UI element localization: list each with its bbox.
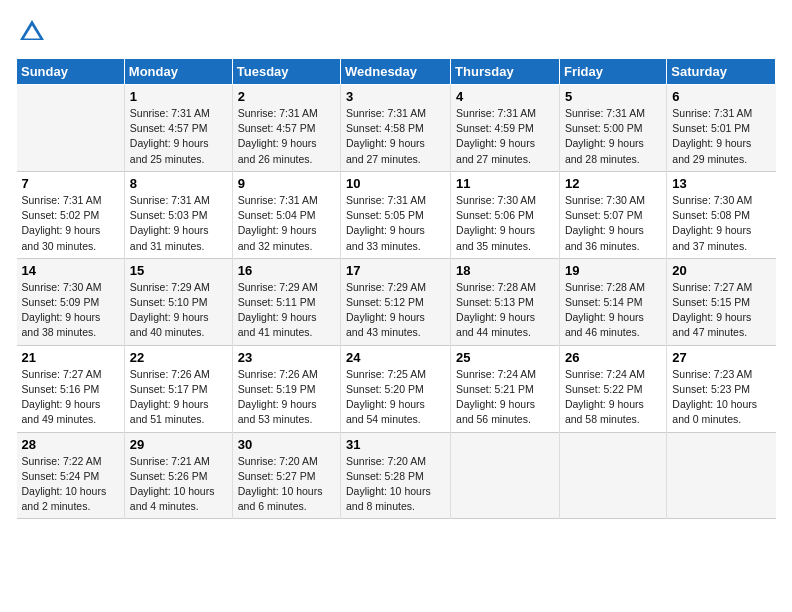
day-number: 12 [565, 176, 661, 191]
day-info: Sunrise: 7:31 AMSunset: 5:01 PMDaylight:… [672, 106, 770, 167]
day-cell: 31Sunrise: 7:20 AMSunset: 5:28 PMDayligh… [341, 432, 451, 519]
day-number: 25 [456, 350, 554, 365]
day-info: Sunrise: 7:31 AMSunset: 5:02 PMDaylight:… [22, 193, 119, 254]
day-number: 5 [565, 89, 661, 104]
day-cell: 22Sunrise: 7:26 AMSunset: 5:17 PMDayligh… [124, 345, 232, 432]
day-cell: 6Sunrise: 7:31 AMSunset: 5:01 PMDaylight… [667, 85, 776, 172]
day-header-thursday: Thursday [451, 59, 560, 85]
day-number: 21 [22, 350, 119, 365]
day-cell: 19Sunrise: 7:28 AMSunset: 5:14 PMDayligh… [559, 258, 666, 345]
day-info: Sunrise: 7:27 AMSunset: 5:15 PMDaylight:… [672, 280, 770, 341]
day-cell: 13Sunrise: 7:30 AMSunset: 5:08 PMDayligh… [667, 171, 776, 258]
day-number: 20 [672, 263, 770, 278]
day-info: Sunrise: 7:22 AMSunset: 5:24 PMDaylight:… [22, 454, 119, 515]
day-info: Sunrise: 7:31 AMSunset: 4:57 PMDaylight:… [130, 106, 227, 167]
day-cell: 8Sunrise: 7:31 AMSunset: 5:03 PMDaylight… [124, 171, 232, 258]
day-info: Sunrise: 7:31 AMSunset: 4:59 PMDaylight:… [456, 106, 554, 167]
day-cell: 28Sunrise: 7:22 AMSunset: 5:24 PMDayligh… [17, 432, 125, 519]
day-cell [559, 432, 666, 519]
day-info: Sunrise: 7:31 AMSunset: 5:05 PMDaylight:… [346, 193, 445, 254]
day-cell: 3Sunrise: 7:31 AMSunset: 4:58 PMDaylight… [341, 85, 451, 172]
day-cell: 23Sunrise: 7:26 AMSunset: 5:19 PMDayligh… [232, 345, 340, 432]
day-header-sunday: Sunday [17, 59, 125, 85]
day-cell: 29Sunrise: 7:21 AMSunset: 5:26 PMDayligh… [124, 432, 232, 519]
day-cell: 18Sunrise: 7:28 AMSunset: 5:13 PMDayligh… [451, 258, 560, 345]
day-cell: 16Sunrise: 7:29 AMSunset: 5:11 PMDayligh… [232, 258, 340, 345]
day-cell: 9Sunrise: 7:31 AMSunset: 5:04 PMDaylight… [232, 171, 340, 258]
day-info: Sunrise: 7:28 AMSunset: 5:14 PMDaylight:… [565, 280, 661, 341]
day-number: 24 [346, 350, 445, 365]
day-info: Sunrise: 7:24 AMSunset: 5:22 PMDaylight:… [565, 367, 661, 428]
week-row-5: 28Sunrise: 7:22 AMSunset: 5:24 PMDayligh… [17, 432, 776, 519]
day-cell [17, 85, 125, 172]
days-header: SundayMondayTuesdayWednesdayThursdayFrid… [17, 59, 776, 85]
day-cell [451, 432, 560, 519]
day-info: Sunrise: 7:29 AMSunset: 5:10 PMDaylight:… [130, 280, 227, 341]
day-number: 4 [456, 89, 554, 104]
day-info: Sunrise: 7:25 AMSunset: 5:20 PMDaylight:… [346, 367, 445, 428]
day-header-friday: Friday [559, 59, 666, 85]
day-header-tuesday: Tuesday [232, 59, 340, 85]
day-info: Sunrise: 7:30 AMSunset: 5:09 PMDaylight:… [22, 280, 119, 341]
logo-icon [16, 16, 48, 48]
calendar-header [16, 16, 776, 48]
day-info: Sunrise: 7:20 AMSunset: 5:28 PMDaylight:… [346, 454, 445, 515]
day-cell: 27Sunrise: 7:23 AMSunset: 5:23 PMDayligh… [667, 345, 776, 432]
day-number: 15 [130, 263, 227, 278]
day-cell: 4Sunrise: 7:31 AMSunset: 4:59 PMDaylight… [451, 85, 560, 172]
day-info: Sunrise: 7:31 AMSunset: 5:03 PMDaylight:… [130, 193, 227, 254]
logo [16, 16, 50, 48]
day-info: Sunrise: 7:28 AMSunset: 5:13 PMDaylight:… [456, 280, 554, 341]
day-header-wednesday: Wednesday [341, 59, 451, 85]
day-info: Sunrise: 7:26 AMSunset: 5:19 PMDaylight:… [238, 367, 335, 428]
day-cell: 7Sunrise: 7:31 AMSunset: 5:02 PMDaylight… [17, 171, 125, 258]
day-cell: 14Sunrise: 7:30 AMSunset: 5:09 PMDayligh… [17, 258, 125, 345]
day-info: Sunrise: 7:26 AMSunset: 5:17 PMDaylight:… [130, 367, 227, 428]
day-info: Sunrise: 7:31 AMSunset: 5:04 PMDaylight:… [238, 193, 335, 254]
day-number: 2 [238, 89, 335, 104]
day-cell: 15Sunrise: 7:29 AMSunset: 5:10 PMDayligh… [124, 258, 232, 345]
day-info: Sunrise: 7:30 AMSunset: 5:08 PMDaylight:… [672, 193, 770, 254]
day-number: 28 [22, 437, 119, 452]
day-number: 23 [238, 350, 335, 365]
day-number: 6 [672, 89, 770, 104]
day-info: Sunrise: 7:30 AMSunset: 5:07 PMDaylight:… [565, 193, 661, 254]
day-info: Sunrise: 7:31 AMSunset: 5:00 PMDaylight:… [565, 106, 661, 167]
day-info: Sunrise: 7:20 AMSunset: 5:27 PMDaylight:… [238, 454, 335, 515]
day-number: 17 [346, 263, 445, 278]
day-info: Sunrise: 7:23 AMSunset: 5:23 PMDaylight:… [672, 367, 770, 428]
day-info: Sunrise: 7:29 AMSunset: 5:12 PMDaylight:… [346, 280, 445, 341]
calendar-container: SundayMondayTuesdayWednesdayThursdayFrid… [0, 0, 792, 529]
day-number: 11 [456, 176, 554, 191]
day-cell: 11Sunrise: 7:30 AMSunset: 5:06 PMDayligh… [451, 171, 560, 258]
day-info: Sunrise: 7:31 AMSunset: 4:58 PMDaylight:… [346, 106, 445, 167]
day-cell: 30Sunrise: 7:20 AMSunset: 5:27 PMDayligh… [232, 432, 340, 519]
day-number: 1 [130, 89, 227, 104]
day-number: 9 [238, 176, 335, 191]
day-cell: 20Sunrise: 7:27 AMSunset: 5:15 PMDayligh… [667, 258, 776, 345]
day-number: 29 [130, 437, 227, 452]
day-info: Sunrise: 7:21 AMSunset: 5:26 PMDaylight:… [130, 454, 227, 515]
week-row-1: 1Sunrise: 7:31 AMSunset: 4:57 PMDaylight… [17, 85, 776, 172]
day-number: 30 [238, 437, 335, 452]
day-number: 31 [346, 437, 445, 452]
day-number: 27 [672, 350, 770, 365]
day-cell: 2Sunrise: 7:31 AMSunset: 4:57 PMDaylight… [232, 85, 340, 172]
day-number: 10 [346, 176, 445, 191]
calendar-body: 1Sunrise: 7:31 AMSunset: 4:57 PMDaylight… [17, 85, 776, 519]
day-number: 7 [22, 176, 119, 191]
day-number: 18 [456, 263, 554, 278]
day-cell: 24Sunrise: 7:25 AMSunset: 5:20 PMDayligh… [341, 345, 451, 432]
day-cell [667, 432, 776, 519]
day-cell: 17Sunrise: 7:29 AMSunset: 5:12 PMDayligh… [341, 258, 451, 345]
calendar-table: SundayMondayTuesdayWednesdayThursdayFrid… [16, 58, 776, 519]
day-cell: 12Sunrise: 7:30 AMSunset: 5:07 PMDayligh… [559, 171, 666, 258]
day-info: Sunrise: 7:29 AMSunset: 5:11 PMDaylight:… [238, 280, 335, 341]
day-cell: 1Sunrise: 7:31 AMSunset: 4:57 PMDaylight… [124, 85, 232, 172]
day-number: 22 [130, 350, 227, 365]
day-number: 14 [22, 263, 119, 278]
day-number: 19 [565, 263, 661, 278]
day-header-monday: Monday [124, 59, 232, 85]
day-cell: 10Sunrise: 7:31 AMSunset: 5:05 PMDayligh… [341, 171, 451, 258]
day-info: Sunrise: 7:27 AMSunset: 5:16 PMDaylight:… [22, 367, 119, 428]
